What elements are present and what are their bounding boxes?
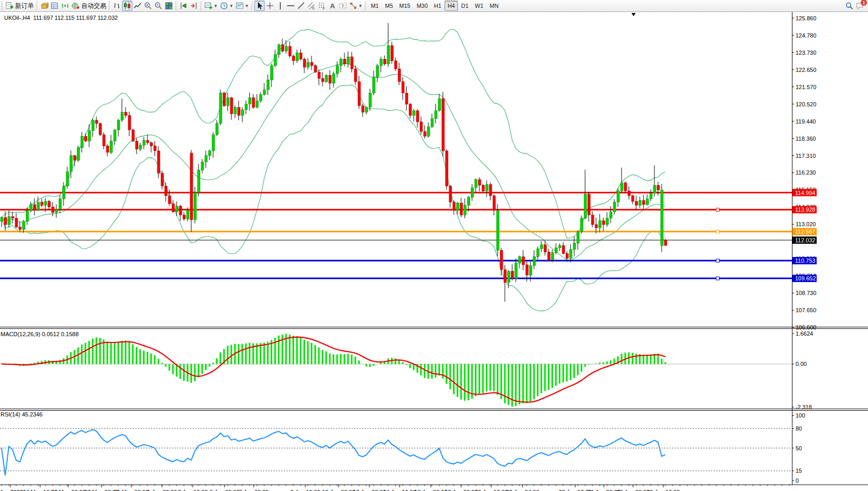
hline-handle[interactable] (716, 230, 720, 233)
tf-H1-button[interactable]: H1 (431, 1, 444, 11)
autotrading-icon (71, 2, 80, 10)
horizontal-line-button[interactable] (286, 1, 296, 11)
hline-handle[interactable] (716, 259, 720, 262)
macd-label: MACD(12,26,9) 0.0512 0.1588 (1, 331, 79, 337)
templates-icon (235, 2, 244, 10)
line-chart-type-button[interactable] (132, 1, 143, 11)
search-button[interactable] (844, 1, 854, 11)
svg-text:112.032: 112.032 (795, 237, 815, 243)
svg-text:121.570: 121.570 (796, 84, 816, 90)
svg-text:50: 50 (796, 445, 802, 451)
tf-D1-button[interactable]: D1 (458, 1, 472, 11)
toolbar-grip (365, 2, 366, 10)
signals-button[interactable] (60, 1, 70, 11)
chevron-down-icon[interactable]: ▼ (229, 4, 233, 8)
svg-text:-2.318: -2.318 (796, 404, 812, 410)
svg-text:119.440: 119.440 (796, 118, 816, 125)
arrows-icon (349, 2, 357, 10)
new-order-label: 新订单 (15, 2, 34, 10)
svg-text:110.753: 110.753 (795, 257, 815, 264)
candlestick-type-button[interactable] (122, 1, 132, 11)
crosshair-icon (266, 2, 274, 10)
svg-text:13 Jun 08:00: 13 Jun 08:00 (353, 489, 386, 491)
svg-text:28 Jun 08:00: 28 Jun 08:00 (616, 489, 650, 491)
toolbar: 新订单自动交易▼▼▼EFAT▼M1M5M15M30H1H4D1W1MN1 (0, 0, 868, 12)
svg-text:16 Jun 00:00: 16 Jun 00:00 (414, 489, 448, 491)
tile-windows-icon (165, 2, 173, 10)
fibonacci-button[interactable]: F (317, 1, 327, 11)
tf-M5-button[interactable]: M5 (382, 1, 396, 11)
cursor-icon (255, 2, 264, 10)
hline-handle[interactable] (716, 208, 720, 211)
trendline-icon (297, 2, 305, 10)
time-periods-button[interactable]: ▼ (219, 1, 234, 11)
svg-text:E: E (312, 6, 315, 10)
autotrading-button[interactable]: 自动交易 (70, 1, 107, 11)
auto-scroll-button[interactable] (178, 1, 189, 11)
tile-windows-button[interactable] (164, 1, 174, 11)
zoom-out-icon (154, 2, 163, 10)
chevron-down-icon[interactable]: ▼ (245, 4, 249, 8)
hline-handle[interactable] (716, 277, 720, 280)
chat-button[interactable]: 1 (854, 1, 865, 11)
tf-M30-button[interactable]: M30 (414, 1, 431, 11)
notification-badge: 1 (861, 0, 867, 6)
text-icon: A (328, 2, 337, 10)
rsi-label: RSI(14) 45.2346 (1, 411, 43, 418)
svg-text:2 Jun 16:00: 2 Jun 16:00 (178, 489, 208, 491)
svg-text:113.020: 113.020 (796, 221, 816, 227)
chart-shift-button[interactable] (189, 1, 199, 11)
trendline-button[interactable] (296, 1, 306, 11)
tf-H4-button[interactable]: H4 (444, 1, 458, 11)
svg-text:20 Jun 16:00: 20 Jun 16:00 (475, 489, 508, 491)
chart-canvas[interactable]: 125.860124.780123.730122.650121.570120.5… (0, 0, 868, 491)
svg-text:8 Jun 16:00: 8 Jun 16:00 (290, 489, 320, 491)
market-watch-button[interactable] (49, 1, 60, 11)
market-depth-button[interactable] (39, 1, 49, 11)
svg-text:14 Jun 16:00: 14 Jun 16:00 (383, 489, 416, 491)
svg-text:112.567: 112.567 (795, 228, 815, 235)
svg-text:124.780: 124.780 (796, 32, 816, 39)
text-label-button[interactable]: T (338, 1, 348, 11)
market-watch-icon (51, 2, 59, 10)
svg-text:15: 15 (796, 468, 802, 474)
svg-text:118.360: 118.360 (796, 136, 816, 142)
crosshair-button[interactable] (265, 1, 275, 11)
svg-text:122.650: 122.650 (796, 67, 816, 73)
tf-W1-button[interactable]: W1 (472, 1, 487, 11)
arrows-button[interactable]: ▼ (348, 1, 364, 11)
equidistant-channel-button[interactable]: E (306, 1, 317, 11)
svg-text:108.730: 108.730 (796, 290, 816, 296)
svg-text:17 Jun 08:00: 17 Jun 08:00 (444, 489, 478, 491)
svg-text:1 Jun 08:00: 1 Jun 08:00 (147, 489, 177, 491)
vertical-line-button[interactable] (275, 1, 286, 11)
tf-M15-button[interactable]: M15 (396, 1, 413, 11)
templates-button[interactable]: ▼ (234, 1, 250, 11)
svg-text:113.928: 113.928 (795, 206, 815, 213)
cursor-button[interactable] (254, 1, 265, 11)
line-chart-type-icon (133, 2, 142, 10)
tf-M1-button[interactable]: M1 (368, 1, 382, 11)
text-button[interactable]: A (327, 1, 338, 11)
svg-text:T: T (341, 4, 344, 8)
toolbar-grip (200, 2, 202, 10)
candlestick-type-icon (123, 2, 131, 10)
bar-chart-type-button[interactable] (111, 1, 122, 11)
text-label-icon: T (339, 2, 347, 10)
new-order-button[interactable]: 新订单 (4, 1, 35, 11)
new-chart-icon (204, 2, 213, 10)
svg-text:107.650: 107.650 (796, 307, 816, 313)
svg-text:114.994: 114.994 (795, 190, 815, 196)
svg-text:A: A (330, 2, 335, 10)
zoom-in-icon (144, 2, 152, 10)
zoom-out-button[interactable] (153, 1, 164, 11)
new-chart-button[interactable]: ▼ (203, 1, 219, 11)
chevron-down-icon[interactable]: ▼ (358, 4, 363, 8)
svg-text:106.600: 106.600 (796, 324, 816, 330)
tf-MN-button[interactable]: MN (487, 1, 502, 11)
toolbar-grip (108, 2, 110, 10)
fibonacci-icon: F (318, 2, 326, 10)
chevron-down-icon[interactable]: ▼ (214, 4, 218, 8)
zoom-in-button[interactable] (143, 1, 153, 11)
svg-text:125.860: 125.860 (796, 15, 816, 21)
